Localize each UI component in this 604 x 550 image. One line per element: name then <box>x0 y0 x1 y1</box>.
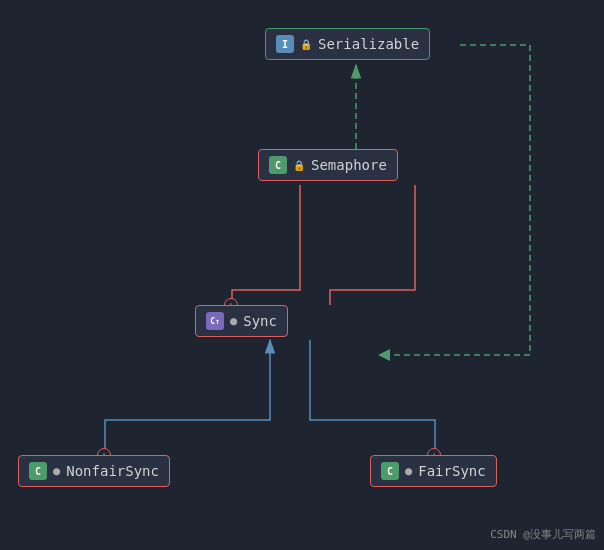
node-sync[interactable]: C↑ ● Sync <box>195 305 288 337</box>
diagram-canvas: + + + I 🔒 Serializable C 🔒 Semaphore C↑ … <box>0 0 604 550</box>
fairsync-icon: C <box>381 462 399 480</box>
sync-dot: ● <box>230 314 237 328</box>
svg-marker-3 <box>378 349 390 361</box>
node-fairsync[interactable]: C ● FairSync <box>370 455 497 487</box>
nonfairsync-label: NonfairSync <box>66 463 159 479</box>
semaphore-lock-icon: 🔒 <box>293 160 305 171</box>
semaphore-label: Semaphore <box>311 157 387 173</box>
fairsync-dot: ● <box>405 464 412 478</box>
watermark: CSDN @没事儿写两篇 <box>490 527 596 542</box>
fairsync-label: FairSync <box>418 463 485 479</box>
sync-icon: C↑ <box>206 312 224 330</box>
serializable-icon: I <box>276 35 294 53</box>
serializable-label: Serializable <box>318 36 419 52</box>
node-serializable[interactable]: I 🔒 Serializable <box>265 28 430 60</box>
node-nonfairsync[interactable]: C ● NonfairSync <box>18 455 170 487</box>
semaphore-icon: C <box>269 156 287 174</box>
node-semaphore[interactable]: C 🔒 Semaphore <box>258 149 398 181</box>
serializable-lock-icon: 🔒 <box>300 39 312 50</box>
nonfairsync-dot: ● <box>53 464 60 478</box>
sync-label: Sync <box>243 313 277 329</box>
nonfairsync-icon: C <box>29 462 47 480</box>
